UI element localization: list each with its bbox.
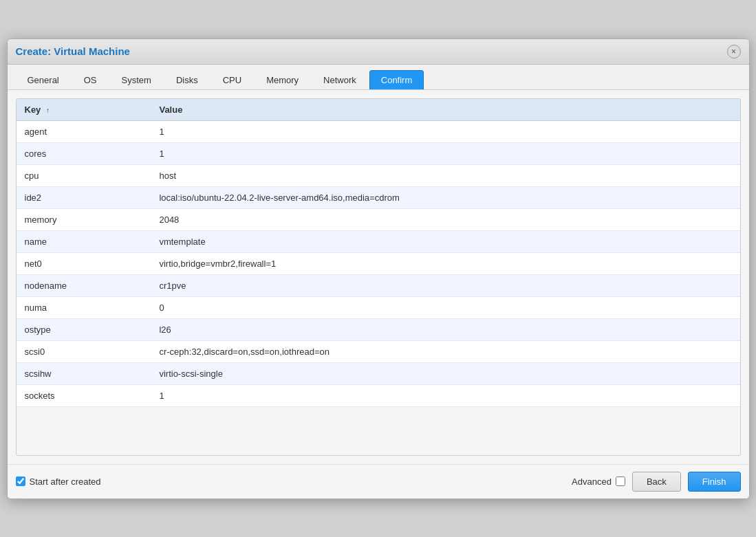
- tab-cpu[interactable]: CPU: [211, 70, 253, 89]
- table-cell-key: sockets: [17, 384, 151, 406]
- tab-memory[interactable]: Memory: [255, 70, 310, 89]
- table-cell-value: vmtemplate: [151, 230, 739, 252]
- table-cell-value: 0: [151, 296, 739, 318]
- table-row: ide2local:iso/ubuntu-22.04.2-live-server…: [17, 186, 740, 208]
- table-cell-key: cpu: [17, 164, 151, 186]
- table-cell-key: agent: [17, 120, 151, 142]
- table-row: ostypel26: [17, 318, 740, 340]
- table-row: scsi0cr-ceph:32,discard=on,ssd=on,iothre…: [17, 340, 740, 362]
- table-cell-key: net0: [17, 252, 151, 274]
- table-cell-key: scsi0: [17, 340, 151, 362]
- table-cell-value: host: [151, 164, 739, 186]
- tab-general[interactable]: General: [16, 70, 71, 89]
- table-row: numa0: [17, 296, 740, 318]
- table-cell-value: 2048: [151, 208, 739, 230]
- table-row: sockets1: [17, 384, 740, 406]
- table-cell-key: nodename: [17, 274, 151, 296]
- table-cell-value: 1: [151, 384, 739, 406]
- back-button[interactable]: Back: [632, 472, 681, 492]
- table-cell-key: numa: [17, 296, 151, 318]
- table-cell-value: l26: [151, 318, 739, 340]
- table-row: net0virtio,bridge=vmbr2,firewall=1: [17, 252, 740, 274]
- tab-network[interactable]: Network: [312, 70, 368, 89]
- table-cell-key: ostype: [17, 318, 151, 340]
- table-cell-value: cr1pve: [151, 274, 739, 296]
- table-scroll[interactable]: Key ↑ Value agent1cores1cpuhostide2local…: [17, 99, 740, 455]
- advanced-checkbox[interactable]: [616, 476, 625, 486]
- advanced-checkbox-label[interactable]: Advanced: [572, 476, 625, 487]
- table-cell-value: cr-ceph:32,discard=on,ssd=on,iothread=on: [151, 340, 739, 362]
- table-cell-key: scsihw: [17, 362, 151, 384]
- finish-button[interactable]: Finish: [688, 472, 741, 492]
- table-cell-value: local:iso/ubuntu-22.04.2-live-server-amd…: [151, 186, 739, 208]
- tab-confirm[interactable]: Confirm: [369, 70, 424, 89]
- dialog-title: Create: Virtual Machine: [16, 45, 130, 57]
- sort-icon: ↑: [46, 107, 50, 114]
- table-cell-value: 1: [151, 120, 739, 142]
- table-cell-value: 1: [151, 142, 739, 164]
- tab-system[interactable]: System: [110, 70, 163, 89]
- config-table: Key ↑ Value agent1cores1cpuhostide2local…: [17, 99, 740, 407]
- table-row: cpuhost: [17, 164, 740, 186]
- value-column-header: Value: [151, 99, 739, 121]
- table-cell-key: memory: [17, 208, 151, 230]
- tab-os[interactable]: OS: [72, 70, 109, 89]
- close-button[interactable]: ×: [727, 45, 741, 58]
- tab-bar: General OS System Disks CPU Memory Netwo…: [8, 65, 749, 90]
- table-cell-key: name: [17, 230, 151, 252]
- table-row: cores1: [17, 142, 740, 164]
- dialog-header: Create: Virtual Machine ×: [8, 39, 749, 65]
- table-cell-key: cores: [17, 142, 151, 164]
- table-row: memory2048: [17, 208, 740, 230]
- create-vm-dialog: Create: Virtual Machine × General OS Sys…: [7, 39, 750, 499]
- table-row: agent1: [17, 120, 740, 142]
- key-column-header: Key ↑: [17, 99, 151, 121]
- dialog-content: Key ↑ Value agent1cores1cpuhostide2local…: [8, 90, 749, 464]
- table-row: namevmtemplate: [17, 230, 740, 252]
- table-cell-value: virtio,bridge=vmbr2,firewall=1: [151, 252, 739, 274]
- tab-disks[interactable]: Disks: [164, 70, 210, 89]
- table-header-row: Key ↑ Value: [17, 99, 740, 121]
- footer-right: Advanced Back Finish: [572, 472, 740, 492]
- start-after-created-checkbox-label[interactable]: Start after created: [16, 476, 101, 487]
- table-cell-key: ide2: [17, 186, 151, 208]
- start-after-created-label: Start after created: [30, 476, 101, 487]
- table-cell-value: virtio-scsi-single: [151, 362, 739, 384]
- advanced-label-text: Advanced: [572, 476, 612, 487]
- config-table-container: Key ↑ Value agent1cores1cpuhostide2local…: [16, 98, 741, 456]
- dialog-footer: Start after created Advanced Back Finish: [8, 464, 749, 498]
- start-after-created-checkbox[interactable]: [16, 476, 25, 486]
- table-row: nodenamecr1pve: [17, 274, 740, 296]
- table-row: scsihwvirtio-scsi-single: [17, 362, 740, 384]
